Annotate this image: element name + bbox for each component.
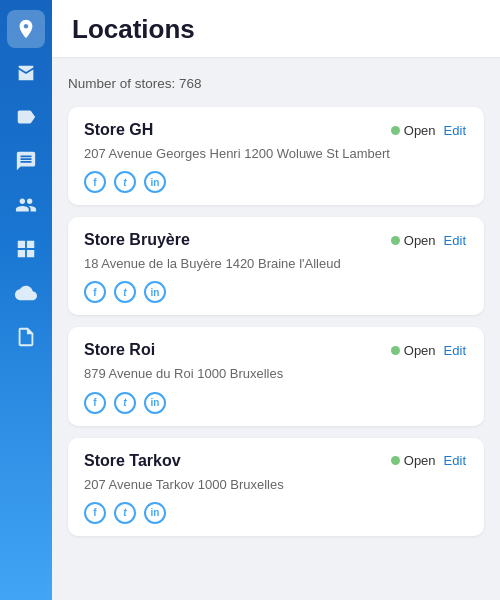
store-social-icons: f t in [84,502,468,524]
store-social-icons: f t in [84,281,468,303]
facebook-icon[interactable]: f [84,281,106,303]
store-address: 207 Avenue Tarkov 1000 Bruxelles [84,476,468,494]
sidebar-icon-chat[interactable] [7,142,45,180]
sidebar [0,0,52,600]
status-dot [391,456,400,465]
edit-button[interactable]: Edit [442,123,468,138]
status-dot [391,236,400,245]
sidebar-icon-store[interactable] [7,54,45,92]
status-badge: Open [391,343,436,358]
store-address: 18 Avenue de la Buyère 1420 Braine l'All… [84,255,468,273]
twitter-icon[interactable]: t [114,392,136,414]
sidebar-icon-location[interactable] [7,10,45,48]
store-card: Store GH Open Edit 207 Avenue Georges He… [68,107,484,205]
status-badge: Open [391,233,436,248]
status-label: Open [404,343,436,358]
store-social-icons: f t in [84,392,468,414]
status-label: Open [404,453,436,468]
page-header: Locations [52,0,500,58]
twitter-icon[interactable]: t [114,171,136,193]
facebook-icon[interactable]: f [84,392,106,414]
store-card-header: Store GH Open Edit [84,121,468,139]
status-dot [391,126,400,135]
twitter-icon[interactable]: t [114,281,136,303]
page-title: Locations [72,14,480,45]
store-name: Store Bruyère [84,231,190,249]
stores-list: Store GH Open Edit 207 Avenue Georges He… [68,107,484,536]
store-card: Store Bruyère Open Edit 18 Avenue de la … [68,217,484,315]
store-address: 207 Avenue Georges Henri 1200 Woluwe St … [84,145,468,163]
store-card-header: Store Roi Open Edit [84,341,468,359]
sidebar-icon-document[interactable] [7,318,45,356]
status-badge: Open [391,123,436,138]
facebook-icon[interactable]: f [84,502,106,524]
store-name: Store GH [84,121,153,139]
content-area: Number of stores: 768 Store GH Open Edit… [52,58,500,564]
store-card: Store Tarkov Open Edit 207 Avenue Tarkov… [68,438,484,536]
instagram-icon[interactable]: in [144,502,166,524]
sidebar-icon-grid[interactable] [7,230,45,268]
store-social-icons: f t in [84,171,468,193]
sidebar-icon-people[interactable] [7,186,45,224]
status-badge: Open [391,453,436,468]
facebook-icon[interactable]: f [84,171,106,193]
store-card-header: Store Bruyère Open Edit [84,231,468,249]
sidebar-icon-tags[interactable] [7,98,45,136]
store-actions: Open Edit [391,233,468,248]
status-label: Open [404,233,436,248]
instagram-icon[interactable]: in [144,281,166,303]
store-address: 879 Avenue du Roi 1000 Bruxelles [84,365,468,383]
instagram-icon[interactable]: in [144,392,166,414]
store-actions: Open Edit [391,343,468,358]
twitter-icon[interactable]: t [114,502,136,524]
edit-button[interactable]: Edit [442,453,468,468]
store-card-header: Store Tarkov Open Edit [84,452,468,470]
status-dot [391,346,400,355]
store-name: Store Tarkov [84,452,181,470]
store-count: Number of stores: 768 [68,74,484,93]
store-card: Store Roi Open Edit 879 Avenue du Roi 10… [68,327,484,425]
main-content: Locations Number of stores: 768 Store GH… [52,0,500,600]
store-actions: Open Edit [391,453,468,468]
edit-button[interactable]: Edit [442,233,468,248]
status-label: Open [404,123,436,138]
store-name: Store Roi [84,341,155,359]
sidebar-icon-cloud[interactable] [7,274,45,312]
edit-button[interactable]: Edit [442,343,468,358]
store-actions: Open Edit [391,123,468,138]
instagram-icon[interactable]: in [144,171,166,193]
